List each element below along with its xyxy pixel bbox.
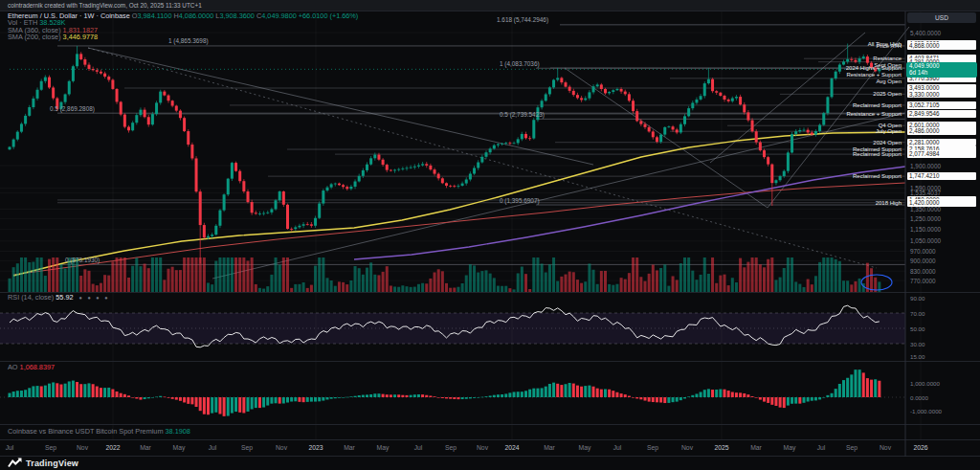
time-axis-month[interactable]: Sep <box>241 444 253 451</box>
candle-body <box>270 209 273 212</box>
volume-bar <box>719 276 722 292</box>
price-level-name: 2025 Open <box>748 91 902 97</box>
symbol-legend[interactable]: Ethereum / U.S. Dollar · 1W · Coinbase O… <box>8 12 358 41</box>
time-axis-year[interactable]: 2026 <box>913 444 927 451</box>
volume-bar <box>497 286 500 292</box>
time-axis-month[interactable]: Mar <box>140 444 151 451</box>
volume-bar <box>798 284 801 292</box>
delete-icon[interactable]: ● <box>96 295 100 301</box>
time-axis-month[interactable]: Mar <box>344 444 355 451</box>
volume-bar <box>560 277 563 292</box>
candle-body <box>707 79 710 83</box>
time-axis-year[interactable]: 2025 <box>714 444 728 451</box>
candle-body <box>521 134 523 139</box>
time-axis-month[interactable]: Nov <box>880 444 891 451</box>
fib-label: 1.618 (5,744.2946) <box>497 16 548 23</box>
candle-body <box>107 77 110 79</box>
volume-bar <box>211 284 213 292</box>
time-axis-month[interactable]: Nov <box>477 444 488 451</box>
ao-bar <box>846 378 849 397</box>
candle-body <box>382 160 385 165</box>
time-axis-month[interactable]: Sep <box>445 444 457 451</box>
time-axis-month[interactable]: Nov <box>681 444 693 451</box>
ao-bar <box>147 397 150 398</box>
candle-body <box>545 94 547 101</box>
time-axis-month[interactable]: Jul <box>817 444 826 451</box>
candle-body <box>120 101 122 114</box>
sma200-row[interactable]: SMA (200, close) 3,446.9778 <box>8 34 358 41</box>
currency-toggle[interactable]: USD <box>907 12 976 23</box>
ao-bar <box>465 397 468 399</box>
time-axis-month[interactable]: Jul <box>209 444 217 451</box>
price-axis-tick: 830.0000 <box>910 268 936 275</box>
volume-bar <box>64 268 67 292</box>
ao-bar <box>207 397 210 414</box>
tradingview-brand[interactable]: TradingView <box>26 459 78 468</box>
volume-bar <box>199 257 202 292</box>
more-options-icon[interactable]: ● <box>104 295 109 301</box>
settings-icon[interactable]: ● <box>87 295 92 301</box>
rsi-toolbar[interactable]: ● ● ● ● <box>79 295 110 301</box>
candle-body <box>620 89 623 92</box>
ao-bar <box>552 383 555 397</box>
volume-bar <box>294 284 297 292</box>
candle-body <box>144 110 146 118</box>
volume-bar <box>565 275 568 292</box>
time-axis-month[interactable]: Nov <box>276 444 287 451</box>
candle-body <box>366 165 368 170</box>
time-axis-month[interactable]: May <box>784 444 796 451</box>
premium-legend[interactable]: Coinbase vs Binance USDT Bitcoin Spot Pr… <box>8 428 190 436</box>
tradingview-logo-icon[interactable] <box>8 458 22 469</box>
volume-bar <box>278 265 281 292</box>
rsi-legend[interactable]: RSI (14, close) 55.92 ● ● ● ● <box>8 294 110 302</box>
time-axis-year[interactable]: 2022 <box>105 444 120 451</box>
volume-bar <box>850 284 853 292</box>
ao-bar <box>247 397 250 412</box>
time-axis-month[interactable]: Mar <box>750 444 762 451</box>
volume-bar <box>652 265 655 292</box>
time-axis-month[interactable]: Nov <box>77 444 88 451</box>
candle-body <box>434 169 436 173</box>
time-axis-month[interactable]: Mar <box>544 444 555 451</box>
time-axis-month[interactable]: Jul <box>414 444 423 451</box>
time-axis-year[interactable]: 2024 <box>504 444 519 451</box>
ao-bar <box>369 394 372 397</box>
ao-bar <box>866 378 869 397</box>
ao-bar <box>255 397 257 408</box>
time-axis-month[interactable]: Jul <box>6 444 14 451</box>
ao-bar <box>715 390 718 397</box>
candle-body <box>588 92 590 98</box>
time-axis-month[interactable]: May <box>173 444 186 451</box>
volume-bar <box>349 280 352 292</box>
watermark-bar: cointradernik created with TradingView.c… <box>0 0 980 11</box>
time-axis-month[interactable]: May <box>579 444 591 451</box>
ao-bar <box>556 384 559 397</box>
time-axis-month[interactable]: Jul <box>613 444 622 451</box>
visibility-icon[interactable]: ● <box>79 295 84 301</box>
ao-bar <box>656 397 658 402</box>
candle-body <box>135 115 138 123</box>
price-level-name: Reclaimed Support <box>748 173 902 179</box>
volume-bar <box>40 257 43 292</box>
ao-bar <box>401 395 404 397</box>
volume-bar <box>552 257 555 292</box>
time-axis-year[interactable]: 2023 <box>308 444 323 451</box>
ao-bar <box>568 383 571 397</box>
candle-body <box>155 102 158 114</box>
ao-legend[interactable]: AO 1,068.8397 <box>8 364 55 371</box>
volume-bar <box>746 262 749 292</box>
time-axis-month[interactable]: May <box>377 444 390 451</box>
sma200-label: SMA (200, close) <box>8 33 61 41</box>
ao-bar <box>783 397 786 408</box>
ao-bar <box>548 384 551 397</box>
ao-bar <box>139 397 142 400</box>
time-axis-month[interactable]: Sep <box>647 444 658 451</box>
volume-bar <box>310 285 313 292</box>
time-axis-month[interactable]: Sep <box>846 444 858 451</box>
volume-bar <box>667 286 670 292</box>
volume-bar <box>715 283 718 292</box>
candle-body <box>612 90 614 92</box>
ao-bar <box>441 397 444 398</box>
volume-bar <box>262 289 265 292</box>
time-axis-month[interactable]: Sep <box>45 444 56 451</box>
